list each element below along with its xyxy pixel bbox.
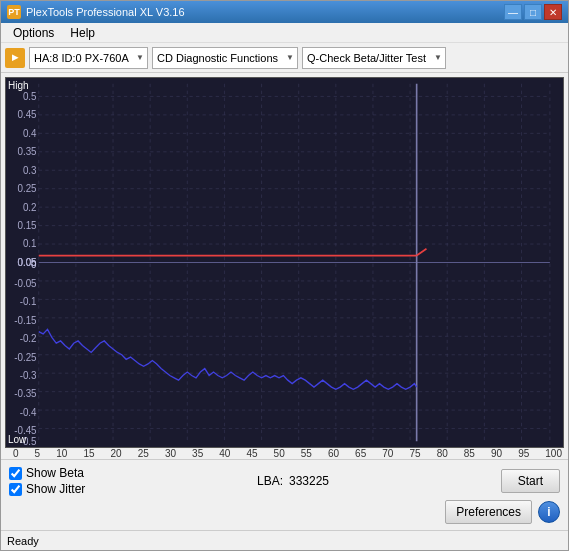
x-label-85: 85: [464, 448, 475, 459]
show-jitter-checkbox[interactable]: [9, 483, 22, 496]
toolbar: ▶ HA:8 ID:0 PX-760A CD Diagnostic Functi…: [1, 43, 568, 73]
chart-area: High Low: [1, 73, 568, 459]
chart-svg: 0.5 0.45 0.4 0.35 0.3 0.25 0.2 0.15 0.1 …: [6, 78, 563, 447]
x-label-90: 90: [491, 448, 502, 459]
x-label-75: 75: [409, 448, 420, 459]
show-beta-row: Show Beta: [9, 466, 85, 480]
x-label-55: 55: [301, 448, 312, 459]
title-bar-left: PT PlexTools Professional XL V3.16: [7, 5, 185, 19]
svg-text:-0.3: -0.3: [20, 370, 37, 381]
x-label-80: 80: [437, 448, 448, 459]
svg-text:-0.15: -0.15: [14, 314, 37, 325]
info-button[interactable]: i: [538, 501, 560, 523]
show-beta-label: Show Beta: [26, 466, 84, 480]
svg-text:0.45: 0.45: [17, 109, 36, 120]
svg-text:0.2: 0.2: [23, 201, 37, 212]
x-label-5: 5: [35, 448, 41, 459]
lba-value: 333225: [289, 474, 329, 488]
lba-label: LBA:: [257, 474, 283, 488]
bottom-row1: Show Beta Show Jitter LBA: 333225 Start: [9, 466, 560, 496]
x-label-0: 0: [13, 448, 19, 459]
title-buttons: — □ ✕: [504, 4, 562, 20]
status-bar: Ready: [1, 530, 568, 550]
x-label-40: 40: [219, 448, 230, 459]
lba-section: LBA: 333225: [257, 474, 329, 488]
x-label-30: 30: [165, 448, 176, 459]
minimize-button[interactable]: —: [504, 4, 522, 20]
x-label-15: 15: [83, 448, 94, 459]
svg-text:-0.2: -0.2: [20, 333, 37, 344]
function-dropdown-wrapper[interactable]: CD Diagnostic Functions: [152, 47, 298, 69]
svg-text:-0.05: -0.05: [14, 277, 37, 288]
chart-low-label: Low: [8, 434, 26, 445]
menu-help[interactable]: Help: [62, 24, 103, 42]
svg-text:-0.1: -0.1: [20, 296, 37, 307]
test-dropdown-wrapper[interactable]: Q-Check Beta/Jitter Test: [302, 47, 446, 69]
x-label-100: 100: [545, 448, 562, 459]
status-text: Ready: [7, 535, 39, 547]
drive-select[interactable]: HA:8 ID:0 PX-760A: [29, 47, 148, 69]
x-label-45: 45: [246, 448, 257, 459]
maximize-button[interactable]: □: [524, 4, 542, 20]
show-jitter-label: Show Jitter: [26, 482, 85, 496]
test-select[interactable]: Q-Check Beta/Jitter Test: [302, 47, 446, 69]
x-label-60: 60: [328, 448, 339, 459]
chart-high-label: High: [8, 80, 29, 91]
svg-text:-0.35: -0.35: [14, 388, 37, 399]
x-label-20: 20: [111, 448, 122, 459]
drive-icon: ▶: [5, 48, 25, 68]
svg-text:-0.25: -0.25: [14, 351, 37, 362]
x-label-70: 70: [382, 448, 393, 459]
svg-text:0.35: 0.35: [17, 146, 36, 157]
x-label-25: 25: [138, 448, 149, 459]
svg-text:-0.4: -0.4: [20, 407, 37, 418]
svg-text:0: 0: [31, 259, 37, 270]
checkboxes: Show Beta Show Jitter: [9, 466, 85, 496]
x-label-65: 65: [355, 448, 366, 459]
svg-text:0.3: 0.3: [23, 164, 37, 175]
menu-options[interactable]: Options: [5, 24, 62, 42]
x-label-35: 35: [192, 448, 203, 459]
bottom-panel: Show Beta Show Jitter LBA: 333225 Start …: [1, 459, 568, 530]
app-icon: PT: [7, 5, 21, 19]
svg-text:0.1: 0.1: [23, 238, 37, 249]
svg-text:0.5: 0.5: [23, 91, 37, 102]
show-jitter-row: Show Jitter: [9, 482, 85, 496]
svg-text:0.15: 0.15: [17, 220, 36, 231]
svg-text:0.4: 0.4: [23, 128, 37, 139]
function-select[interactable]: CD Diagnostic Functions: [152, 47, 298, 69]
x-label-10: 10: [56, 448, 67, 459]
drive-dropdown-wrapper[interactable]: HA:8 ID:0 PX-760A: [29, 47, 148, 69]
window-title: PlexTools Professional XL V3.16: [26, 6, 185, 18]
start-button[interactable]: Start: [501, 469, 560, 493]
preferences-button[interactable]: Preferences: [445, 500, 532, 524]
svg-text:0.25: 0.25: [17, 183, 36, 194]
close-button[interactable]: ✕: [544, 4, 562, 20]
chart-container: High Low: [5, 77, 564, 448]
bottom-right-buttons: Preferences i: [445, 500, 560, 524]
show-beta-checkbox[interactable]: [9, 467, 22, 480]
menu-bar: Options Help: [1, 23, 568, 43]
bottom-row2: Preferences i: [9, 500, 560, 524]
x-label-50: 50: [274, 448, 285, 459]
x-axis-labels: 0 5 10 15 20 25 30 35 40 45 50 55 60 65 …: [5, 448, 564, 459]
main-window: PT PlexTools Professional XL V3.16 — □ ✕…: [0, 0, 569, 551]
x-label-95: 95: [518, 448, 529, 459]
title-bar: PT PlexTools Professional XL V3.16 — □ ✕: [1, 1, 568, 23]
